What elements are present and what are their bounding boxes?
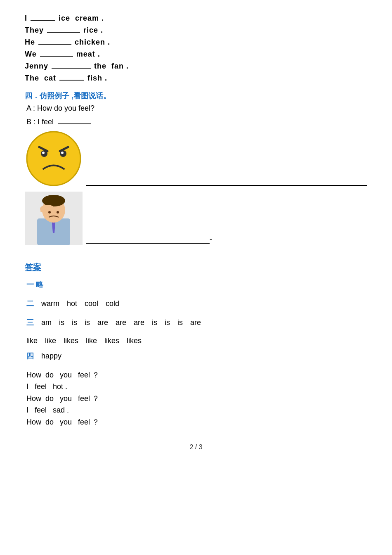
answer-two-row: 二 warm hot cool cold — [25, 299, 367, 312]
fill-line-4: We meat . — [25, 48, 367, 59]
dialog-a-text: A : How do you feel? — [26, 104, 94, 113]
rest-2: rice . — [83, 26, 103, 35]
svg-point-19 — [57, 211, 59, 213]
rest-4: meat . — [76, 50, 100, 59]
subject-5: Jenny — [25, 62, 48, 71]
rest-5: the fan . — [94, 62, 129, 71]
answer-like-1: like — [26, 337, 38, 345]
fill-line-2: They rice . — [25, 24, 367, 35]
person-answer-wrapper: - — [83, 235, 367, 245]
answer-dialog-q3: How do you feel ？ — [25, 417, 367, 427]
answer-dialog-a2: I feel sad . — [25, 406, 367, 415]
sad-emoji-entry — [25, 130, 367, 187]
subject-6: The cat — [25, 74, 56, 83]
answers-section: 答案 一 略 二 warm hot cool cold 三 am is is i… — [25, 262, 367, 427]
answer-one-label: 一 略 — [26, 280, 43, 289]
dash-separator: - — [210, 235, 212, 244]
sad-emoji-image — [25, 130, 83, 187]
answer-dialog-a1-text: I feel hot . — [26, 382, 67, 391]
answer-four-row: 四 happy — [25, 351, 367, 364]
section-four-header: 四．仿照例子 ,看图说话。 — [25, 91, 367, 101]
answer-three-row: 三 am is is is are are are is is is are — [25, 318, 367, 331]
answer-dialog-q1-text: How do you feel ？ — [26, 370, 99, 380]
answer-dialog-q1: How do you feel ？ — [25, 370, 367, 380]
blank-4[interactable] — [40, 48, 73, 57]
svg-point-18 — [48, 211, 51, 213]
answer-like-3: likes — [64, 337, 78, 345]
sad-person-image — [25, 192, 83, 245]
answer-three-3: is — [72, 318, 77, 327]
answer-like-4: like — [86, 337, 97, 345]
answer-three-label: 三 — [26, 318, 34, 327]
svg-rect-15 — [43, 206, 46, 212]
blank-5[interactable] — [52, 60, 91, 69]
dialog-a-line: A : How do you feel? — [25, 104, 367, 113]
rest-3: chicken . — [75, 38, 110, 47]
rest-1: ice cream . — [59, 14, 104, 23]
answer-dialog-a2-text: I feel sad . — [26, 406, 69, 415]
answer-dialog-q2-text: How do you feel ？ — [26, 394, 99, 403]
answer-dialog-q3-text: How do you feel ？ — [26, 417, 99, 427]
answer-three-9: is — [165, 318, 170, 327]
blank-2[interactable] — [47, 24, 80, 33]
answer-like-5: likes — [104, 337, 119, 345]
answer-three-6: are — [116, 318, 126, 327]
answer-dialog-q2: How do you feel ？ — [25, 394, 367, 403]
svg-rect-14 — [40, 207, 43, 212]
answer-three-5: are — [97, 318, 108, 327]
subject-4: We — [25, 50, 37, 59]
answer-three-8: is — [152, 318, 157, 327]
answer-three-10: is — [177, 318, 183, 327]
answer-like-6: likes — [127, 337, 142, 345]
answer-three-1: am — [41, 318, 52, 327]
answer-like-2: like — [45, 337, 56, 345]
sad-person-entry: - — [25, 192, 367, 245]
answer-two-cold: cold — [106, 299, 119, 308]
dialog-b-line: B : I feel — [25, 116, 367, 126]
answers-title: 答案 — [25, 262, 367, 273]
answer-dialog-a1: I feel hot . — [25, 382, 367, 391]
answer-three-4: is — [85, 318, 90, 327]
fill-line-3: He chicken . — [25, 36, 367, 47]
answer-three-2: is — [59, 318, 64, 327]
answer-three-7: are — [134, 318, 144, 327]
svg-point-5 — [42, 152, 45, 154]
sad-answer-line[interactable] — [86, 185, 367, 186]
section-four-label: 四．仿照例子 ,看图说话。 — [25, 92, 111, 100]
rest-6: fish . — [87, 74, 107, 83]
image-row: - — [25, 130, 367, 249]
svg-point-6 — [61, 152, 64, 154]
subject-3: He — [25, 38, 35, 47]
blank-3[interactable] — [38, 36, 71, 45]
person-answer-line[interactable] — [86, 243, 210, 244]
page-number: 2 / 3 — [25, 444, 367, 451]
fill-line-5: Jenny the fan . — [25, 60, 367, 71]
answer-four-happy: happy — [41, 352, 61, 361]
subject-1: I — [25, 14, 27, 23]
answer-four-label: 四 — [26, 351, 34, 361]
subject-2: They — [25, 26, 44, 35]
svg-point-12 — [42, 195, 65, 206]
answer-three-11: are — [190, 318, 201, 327]
answer-one-row: 一 略 — [25, 280, 367, 293]
dialog-b-text: B : I feel — [26, 118, 54, 126]
answer-two-hot: hot — [67, 299, 77, 308]
blank-1[interactable] — [31, 12, 55, 21]
fill-line-1: I ice cream . — [25, 12, 367, 23]
fill-blank-section: I ice cream . They rice . He chicken . W… — [25, 12, 367, 83]
svg-rect-16 — [46, 206, 49, 212]
answer-two-label: 二 — [26, 299, 34, 308]
answer-two-cool: cool — [85, 299, 98, 308]
answer-two-warm: warm — [41, 299, 59, 308]
blank-6[interactable] — [59, 72, 84, 81]
svg-point-0 — [27, 132, 80, 185]
dialog-b-blank[interactable] — [58, 116, 91, 124]
answer-like-row: like like likes like likes likes — [25, 337, 367, 345]
fill-line-6: The cat fish . — [25, 72, 367, 83]
